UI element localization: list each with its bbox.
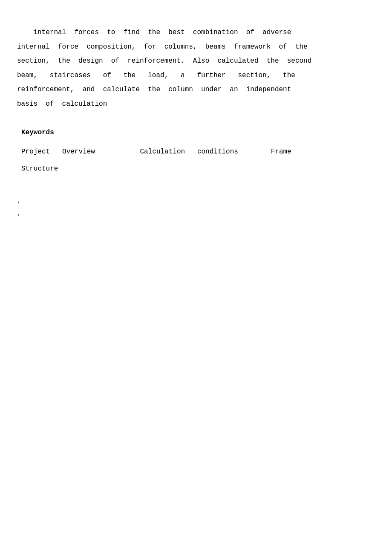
chinese-line-1: ,	[17, 194, 375, 208]
keyword-frame: Frame	[271, 148, 291, 156]
keyword-structure: Structure	[21, 165, 58, 173]
keywords-section: Keywords Project Overview Calculation co…	[17, 129, 375, 177]
chinese-section: , ,	[17, 194, 375, 221]
keyword-conditions: conditions	[197, 148, 267, 156]
keyword-project: Project	[21, 148, 58, 156]
keyword-overview: Overview	[62, 148, 136, 156]
chinese-line-2: ,	[17, 207, 375, 220]
keywords-line-1: Project Overview Calculation conditions …	[17, 143, 375, 160]
main-paragraph: internal forces to find the best combina…	[17, 26, 375, 112]
paragraph-text: internal forces to find the best combina…	[17, 29, 311, 108]
keywords-label: Keywords	[17, 129, 375, 136]
keyword-calculation: Calculation	[140, 148, 193, 156]
keywords-line-2: Structure	[17, 160, 375, 177]
page-container: internal forces to find the best combina…	[0, 0, 392, 555]
